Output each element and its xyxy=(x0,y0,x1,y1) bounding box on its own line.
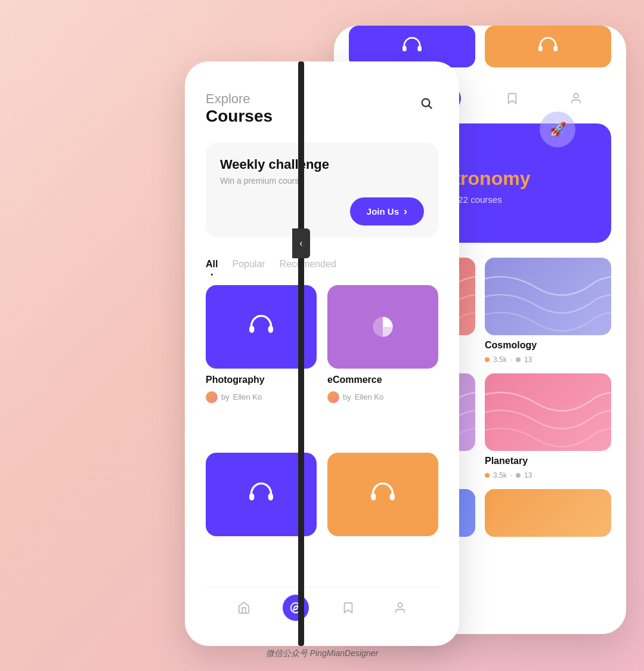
astronomy-badge: 🚀 xyxy=(540,112,575,147)
course-card-4[interactable] xyxy=(327,453,438,575)
back-arrow-button[interactable]: ‹ xyxy=(292,228,310,258)
filter-tabs: All Popular Recomended xyxy=(206,254,438,273)
course-author-ecommerce: by Ellen Ko xyxy=(327,391,438,403)
course-thumbnail-4 xyxy=(327,453,438,536)
svg-rect-13 xyxy=(417,45,422,51)
headphone-icon-4 xyxy=(368,480,398,509)
challenge-card: Weekly challenge Win a premium course Jo… xyxy=(206,143,438,237)
courses-label: Courses xyxy=(206,107,273,126)
rating-cosmology: 3.5k xyxy=(493,355,507,364)
explore-label: Explore xyxy=(206,91,273,107)
course-name-planetary: Planetary xyxy=(485,456,611,466)
bookmark-icon-left xyxy=(342,601,355,614)
course-thumbnail-ecommerce xyxy=(327,285,438,369)
author-name-ecommerce: Ellen Ko xyxy=(355,392,383,401)
tab-recommended[interactable]: Recomended xyxy=(280,259,336,273)
nav-bookmark-left[interactable] xyxy=(335,595,361,621)
star-dot-2 xyxy=(485,357,490,362)
user-icon-left xyxy=(394,601,407,614)
course-card-ecommerce[interactable]: eCommerce by Ellen Ko xyxy=(327,285,438,442)
svg-rect-2 xyxy=(249,326,254,333)
search-icon xyxy=(420,97,433,110)
astronomy-count: 22 courses xyxy=(458,194,501,205)
course-grid: Photography by Ellen Ko xyxy=(206,285,438,575)
svg-rect-14 xyxy=(538,45,543,51)
svg-rect-7 xyxy=(371,493,376,500)
star-dot-4 xyxy=(485,473,490,478)
svg-marker-10 xyxy=(293,605,298,610)
partial-card-orange xyxy=(485,489,611,537)
rating-planetary: 3.5k xyxy=(493,471,507,480)
rocket-icon: 🚀 xyxy=(550,122,566,137)
nav-explore-left[interactable] xyxy=(283,595,309,621)
bookmark-icon-right xyxy=(506,92,519,105)
course-thumb-planetary xyxy=(485,373,611,451)
headphone-icon-3 xyxy=(246,480,276,509)
left-bottom-nav xyxy=(206,587,438,628)
headphone-icon xyxy=(246,312,276,342)
course-name-ecommerce: eCommerce xyxy=(327,375,438,385)
pie-chart-icon xyxy=(368,312,398,342)
course-name-cosmology: Cosmology xyxy=(485,340,611,351)
svg-rect-6 xyxy=(268,493,273,500)
squiggle-cosmology xyxy=(485,258,611,335)
join-us-button[interactable]: Join Us xyxy=(350,197,424,225)
author-by-label2: by xyxy=(343,392,351,401)
watermark: 微信公众号 PingMianDesigner xyxy=(266,648,378,659)
course-card-cosmology[interactable]: Cosmology 3.5k · 13 xyxy=(485,258,611,364)
author-by-label: by xyxy=(221,392,230,401)
course-meta-planetary: 3.5k · 13 xyxy=(485,471,611,480)
svg-rect-15 xyxy=(553,45,558,51)
lessons-cosmology: 13 xyxy=(524,355,532,364)
nav-home-left[interactable] xyxy=(231,595,257,621)
headphone-icon-top-left xyxy=(400,35,424,58)
top-partial-orange xyxy=(485,26,611,67)
svg-rect-12 xyxy=(402,45,407,51)
course-thumb-cosmology xyxy=(485,258,611,335)
dot-sep2: · xyxy=(510,355,512,364)
search-button[interactable] xyxy=(414,91,438,115)
lessons-planetary: 13 xyxy=(524,471,532,480)
home-icon-left xyxy=(237,601,250,614)
challenge-title: Weekly challenge xyxy=(220,157,424,172)
gray-dot-2 xyxy=(516,357,521,362)
tab-popular[interactable]: Popular xyxy=(232,259,265,273)
svg-rect-8 xyxy=(390,493,395,500)
gray-dot-4 xyxy=(516,473,521,478)
nav-profile-left[interactable] xyxy=(387,595,413,621)
left-phone: Explore Courses Weekly challenge Win a p… xyxy=(185,61,459,646)
svg-line-1 xyxy=(429,106,432,109)
main-container: Explore Courses Weekly challenge Win a p… xyxy=(30,26,614,646)
nav-profile-right[interactable] xyxy=(563,85,589,112)
svg-rect-3 xyxy=(268,326,273,333)
explore-title: Explore Courses xyxy=(206,91,273,126)
challenge-subtitle: Win a premium course xyxy=(220,176,424,185)
header-row: Explore Courses xyxy=(206,91,438,126)
author-avatar-photography xyxy=(206,391,218,403)
author-name-photography: Ellen Ko xyxy=(233,392,262,401)
user-icon-right xyxy=(569,92,583,105)
headphone-icon-top-right xyxy=(536,35,560,58)
dot-sep4: · xyxy=(510,471,512,480)
phone-divider xyxy=(298,61,304,646)
svg-point-18 xyxy=(574,93,578,97)
svg-point-11 xyxy=(398,602,402,607)
author-avatar-ecommerce xyxy=(327,391,339,403)
svg-point-0 xyxy=(422,98,430,106)
tab-all[interactable]: All xyxy=(206,259,218,273)
course-card-planetary[interactable]: Planetary 3.5k · 13 xyxy=(485,373,611,480)
nav-bookmark-right[interactable] xyxy=(499,85,525,112)
svg-rect-5 xyxy=(249,493,254,500)
course-meta-cosmology: 3.5k · 13 xyxy=(485,355,611,364)
squiggle-planetary xyxy=(485,373,611,451)
